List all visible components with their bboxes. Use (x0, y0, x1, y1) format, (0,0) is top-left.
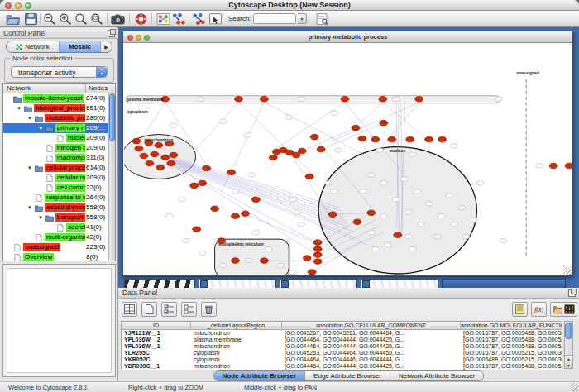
network-node-selected[interactable] (167, 160, 175, 166)
network-node-selected[interactable] (565, 163, 572, 169)
tree-row[interactable]: nucleobase-209(0) (3, 133, 115, 143)
table-scrollbar-thumb[interactable] (565, 323, 572, 339)
network-node[interactable] (170, 123, 177, 127)
tab-edge-attribute-browser[interactable]: Edge Attribute Browser (305, 371, 390, 380)
region-plasma-membrane[interactable] (126, 96, 500, 103)
network-node-selected[interactable] (199, 180, 207, 186)
network-node[interactable] (462, 235, 469, 239)
table-scrollbar[interactable]: ▲▼ (564, 321, 573, 369)
network-node[interactable] (433, 235, 440, 239)
network-node-selected[interactable] (140, 153, 148, 159)
network-node[interactable] (265, 247, 271, 251)
search-dropdown-icon[interactable]: ▾ (298, 13, 307, 24)
tree-row[interactable]: secretion41(0) (3, 222, 115, 232)
network-node[interactable] (372, 247, 379, 251)
network-node-selected[interactable] (313, 240, 322, 246)
network-node-selected[interactable] (170, 152, 178, 158)
network-node[interactable] (368, 173, 375, 177)
network-node[interactable] (248, 173, 255, 177)
expander-icon[interactable]: ▼ (27, 116, 33, 121)
network-node[interactable] (360, 189, 366, 194)
tree-scrollbar-thumb[interactable] (109, 93, 115, 141)
network-node[interactable] (405, 210, 412, 214)
network-node[interactable] (438, 214, 444, 218)
network-node[interactable] (401, 177, 408, 181)
network-node[interactable] (335, 148, 342, 152)
network-node[interactable] (476, 181, 483, 185)
network-node-selected[interactable] (260, 96, 268, 102)
network-node[interactable] (197, 97, 203, 101)
network-node[interactable] (246, 258, 252, 262)
birdseye-view[interactable] (2, 264, 116, 377)
network-node[interactable] (183, 239, 189, 243)
network-node[interactable] (536, 164, 543, 168)
network-node-selected[interactable] (394, 232, 402, 238)
annotation-icon[interactable] (208, 12, 223, 26)
tab-network[interactable]: Network (7, 41, 60, 52)
table-row[interactable]: YPL036W__2plasma membrane[GO:0044464, GO… (122, 337, 562, 343)
zoom-in-icon[interactable] (59, 12, 73, 26)
network-node-selected[interactable] (161, 155, 170, 160)
network-node[interactable] (409, 152, 416, 156)
network-node-selected[interactable] (388, 136, 396, 142)
tree-row[interactable]: response to stimulu264(0) (3, 193, 115, 203)
network-node[interactable] (450, 222, 457, 227)
open-icon[interactable] (6, 12, 20, 26)
network-node[interactable] (285, 115, 292, 119)
network-node-selected[interactable] (341, 96, 349, 102)
network-node-selected[interactable] (313, 259, 322, 265)
network-node-selected[interactable] (190, 183, 199, 189)
app-titlebar[interactable]: Cytoscape Desktop (New Session) (0, 0, 579, 11)
network-node-selected[interactable] (269, 155, 277, 160)
network-node[interactable] (290, 270, 296, 274)
network-node-selected[interactable] (352, 125, 360, 131)
network-node-selected[interactable] (406, 136, 414, 142)
delete-attribute-icon[interactable] (201, 302, 217, 317)
network-node-selected[interactable] (379, 96, 387, 102)
network-node[interactable] (376, 148, 383, 152)
network-node[interactable] (244, 133, 251, 137)
network-node[interactable] (298, 97, 304, 101)
node-color-dropdown[interactable]: transporter activity ▲▼ (11, 66, 108, 78)
network-node-selected[interactable] (415, 96, 423, 102)
network-node[interactable] (414, 189, 420, 194)
network-node[interactable] (405, 235, 412, 239)
network-node[interactable] (290, 198, 296, 202)
network-node[interactable] (298, 222, 304, 227)
matrix-icon[interactable] (562, 302, 577, 317)
tree-row[interactable]: ▼transport558(0) (3, 213, 115, 222)
table-row[interactable]: YPL036W__1mitochondrion[GO:0044464, GO:0… (122, 343, 562, 350)
network-node[interactable] (417, 222, 423, 227)
float-panel-icon[interactable] (568, 289, 576, 297)
network-node-selected[interactable] (380, 120, 388, 126)
network-node[interactable] (446, 194, 452, 198)
tree-row[interactable]: multi-organism pro42(0) (3, 232, 115, 242)
unselect-attributes-icon[interactable] (181, 302, 197, 317)
network-node[interactable] (179, 198, 185, 202)
tree-row[interactable]: ▼primary metabol209(... (3, 123, 115, 133)
network-node-selected[interactable] (425, 136, 433, 142)
network-node[interactable] (294, 210, 300, 214)
network-node[interactable] (219, 119, 226, 123)
tree-row[interactable]: ▼establishment of lo558(0) (3, 203, 115, 213)
network-node-selected[interactable] (367, 210, 376, 216)
attribute-table-icon[interactable] (122, 302, 137, 317)
layout-nodes-1-icon[interactable] (171, 12, 185, 26)
network-node-selected[interactable] (371, 136, 380, 142)
network-node[interactable] (219, 263, 226, 267)
network-node-selected[interactable] (227, 170, 236, 175)
network-node[interactable] (232, 189, 238, 194)
tree-row[interactable]: cellular metabol209(0) (3, 173, 115, 183)
zoom-selected-region-icon[interactable] (90, 12, 104, 26)
tree-row[interactable]: Overview8(0) (3, 252, 115, 261)
network-node[interactable] (409, 247, 416, 251)
network-node-selected[interactable] (151, 151, 159, 157)
network-node[interactable] (380, 181, 387, 185)
network-tree-header[interactable]: Network Nodes (3, 84, 115, 93)
tree-row[interactable]: mosaic-demo-yeast874(0) (3, 93, 115, 103)
network-node-selected[interactable] (313, 252, 322, 258)
expander-icon[interactable]: ▼ (27, 205, 33, 210)
network-node-selected[interactable] (308, 270, 316, 275)
tree-scrollbar[interactable] (108, 93, 115, 261)
network-node-selected[interactable] (132, 138, 141, 144)
